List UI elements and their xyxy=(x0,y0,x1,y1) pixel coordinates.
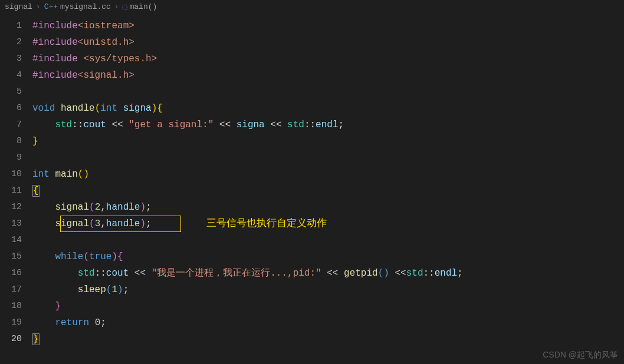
breadcrumb-separator-icon: › xyxy=(114,2,119,11)
code-content[interactable]: #include<iostream> #include<unistd.h> #i… xyxy=(32,13,624,364)
line-number: 1 xyxy=(0,18,22,34)
line-number: 9 xyxy=(0,150,22,166)
breadcrumb: signal › C++ mysignal.cc › ⬚ main() xyxy=(0,0,624,13)
line-number: 5 xyxy=(0,84,22,100)
line-number: 11 xyxy=(0,183,22,199)
code-line[interactable] xyxy=(32,232,624,249)
code-line[interactable]: return 0; xyxy=(32,315,624,331)
code-line[interactable]: { xyxy=(32,183,624,199)
line-number: 20 xyxy=(0,331,22,348)
line-number: 13 xyxy=(0,216,22,232)
code-line[interactable]: } xyxy=(32,133,624,150)
breadcrumb-separator-icon: › xyxy=(36,2,41,11)
line-number: 17 xyxy=(0,282,22,298)
code-line[interactable]: int main() xyxy=(32,166,624,183)
breadcrumb-file[interactable]: mysignal.cc xyxy=(60,2,111,11)
code-line[interactable]: void handle(int signa){ xyxy=(32,100,624,117)
symbol-method-icon: ⬚ xyxy=(123,2,127,11)
line-number: 15 xyxy=(0,249,22,265)
code-line[interactable]: #include<iostream> xyxy=(32,18,624,34)
code-editor[interactable]: 1 2 3 4 5 6 7 8 9 10 11 12 13 14 15 16 1… xyxy=(0,13,624,364)
line-number: 6 xyxy=(0,100,22,117)
code-line[interactable]: #include <sys/types.h> xyxy=(32,51,624,67)
watermark-text: CSDN @起飞的风筝 xyxy=(543,350,618,360)
cpp-file-icon: C++ xyxy=(44,2,58,11)
line-number: 10 xyxy=(0,166,22,183)
code-line[interactable]: std::cout << "get a siganl:" << signa <<… xyxy=(32,117,624,133)
line-number: 8 xyxy=(0,133,22,150)
code-line[interactable]: #include<signal.h> xyxy=(32,67,624,84)
code-line[interactable]: signal(3,handle);三号信号也执行自定义动作 xyxy=(32,216,624,232)
line-number: 19 xyxy=(0,315,22,331)
code-line[interactable]: sleep(1); xyxy=(32,282,624,298)
code-line[interactable]: } xyxy=(32,298,624,315)
breadcrumb-folder[interactable]: signal xyxy=(5,2,32,11)
line-number: 4 xyxy=(0,67,22,84)
code-line[interactable]: while(true){ xyxy=(32,249,624,265)
code-line[interactable] xyxy=(32,150,624,166)
breadcrumb-symbol[interactable]: main() xyxy=(130,2,157,11)
annotation-text: 三号信号也执行自定义动作 xyxy=(206,216,327,232)
line-number: 18 xyxy=(0,298,22,315)
line-number: 7 xyxy=(0,117,22,133)
code-line[interactable] xyxy=(32,84,624,100)
line-number: 16 xyxy=(0,265,22,282)
line-number: 2 xyxy=(0,34,22,51)
line-gutter: 1 2 3 4 5 6 7 8 9 10 11 12 13 14 15 16 1… xyxy=(0,13,32,364)
code-line[interactable]: } xyxy=(32,331,624,348)
code-line[interactable]: signal(2,handle); xyxy=(32,199,624,216)
line-number: 3 xyxy=(0,51,22,67)
line-number: 14 xyxy=(0,232,22,249)
line-number: 12 xyxy=(0,199,22,216)
code-line[interactable]: std::cout << "我是一个进程，我正在运行...,pid:" << g… xyxy=(32,265,624,282)
code-line[interactable]: #include<unistd.h> xyxy=(32,34,624,51)
